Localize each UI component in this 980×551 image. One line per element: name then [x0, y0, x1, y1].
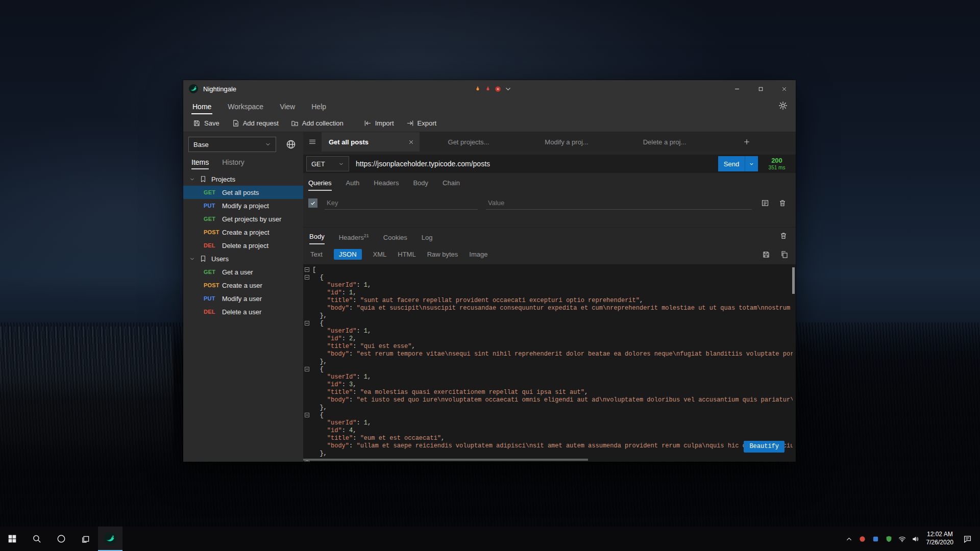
taskbar-search-button[interactable]: [24, 527, 49, 551]
format-tab-json[interactable]: JSON: [334, 249, 362, 260]
request-tab-auth[interactable]: Auth: [346, 179, 360, 191]
tray-volume-button[interactable]: [909, 527, 922, 551]
tray-chevron-up-button[interactable]: [843, 527, 856, 551]
format-tab-html[interactable]: HTML: [398, 251, 415, 258]
close-icon[interactable]: [408, 139, 414, 145]
tab-modify-a-proj[interactable]: Modify a proj...: [518, 132, 616, 152]
fold-toggle-icon[interactable]: [305, 321, 309, 325]
action-center-button[interactable]: [958, 527, 977, 551]
menu-item-workspace[interactable]: Workspace: [227, 103, 264, 114]
title-bar[interactable]: Nightingale: [183, 80, 796, 97]
chevron-down-icon: [749, 161, 754, 167]
tab-label: Get all posts: [329, 138, 369, 146]
tree-group-users[interactable]: Users: [183, 252, 303, 265]
tray-shield-button[interactable]: [883, 527, 896, 551]
tree-group-projects[interactable]: Projects: [183, 172, 303, 186]
request-tab-chain[interactable]: Chain: [443, 179, 460, 191]
fold-toggle-icon[interactable]: [305, 267, 309, 272]
taskbar-clock[interactable]: 12:02 AM 7/26/2020: [926, 531, 953, 546]
request-tab-headers[interactable]: Headers: [374, 179, 399, 191]
minimize-button[interactable]: [725, 80, 749, 97]
response-panel: BodyHeaders21CookiesLog TextJSONXMLHTMLR…: [303, 227, 796, 462]
nightingale-window: Nightingale HomeWorkspaceViewHelp SaveAd…: [183, 80, 796, 462]
chevron-down-icon[interactable]: [189, 256, 195, 262]
response-tab-headers[interactable]: Headers21: [339, 233, 369, 244]
new-tab-button[interactable]: [737, 132, 756, 152]
horizontal-scrollbar[interactable]: [303, 459, 588, 461]
request-tab-queries[interactable]: Queries: [308, 179, 332, 191]
query-enabled-checkbox[interactable]: [308, 198, 317, 208]
tray-tray-red-button[interactable]: [856, 527, 869, 551]
taskbar-nightingale-button[interactable]: [98, 527, 122, 551]
response-body[interactable]: [ { "userId": 1, "id": 1, "title": "sunt…: [303, 264, 796, 462]
tree-request-get-projects-by-user[interactable]: GETGet projects by user: [183, 212, 303, 226]
toolbar-save-button[interactable]: Save: [188, 117, 224, 130]
format-tab-xml[interactable]: XML: [373, 251, 387, 258]
environment-globe-icon[interactable]: [286, 139, 296, 149]
code-line: "title": "eum et est occaecati",: [312, 435, 793, 442]
format-tab-text[interactable]: Text: [310, 251, 323, 258]
tree-request-modify-a-user[interactable]: PUTModify a user: [183, 292, 303, 305]
vertical-scrollbar[interactable]: [792, 267, 795, 294]
tree-request-modify-a-project[interactable]: PUTModify a project: [183, 199, 303, 212]
workspace-selector[interactable]: Base: [188, 137, 276, 152]
fold-toggle-icon[interactable]: [305, 367, 309, 371]
tree-request-delete-a-user[interactable]: DELDelete a user: [183, 305, 303, 318]
tree-request-create-a-user[interactable]: POSTCreate a user: [183, 279, 303, 292]
bulk-edit-icon[interactable]: [761, 199, 769, 207]
taskbar-cortana-button[interactable]: [49, 527, 74, 551]
response-tab-log[interactable]: Log: [422, 234, 433, 244]
copy-response-icon[interactable]: [780, 251, 789, 259]
toolbar-add-request-button[interactable]: Add request: [227, 117, 283, 130]
save-response-icon[interactable]: [762, 251, 770, 259]
url-input[interactable]: https://jsonplaceholder.typicode.com/pos…: [356, 160, 718, 168]
query-value-input[interactable]: [486, 196, 752, 210]
menu-item-view[interactable]: View: [279, 103, 296, 114]
toolbar-add-collection-button[interactable]: Add collection: [286, 117, 348, 130]
menu-item-home[interactable]: Home: [191, 103, 212, 114]
request-label: Get all posts: [222, 189, 259, 196]
toolbar-export-button[interactable]: Export: [402, 117, 442, 130]
clear-response-icon[interactable]: [779, 232, 788, 240]
taskbar-task-view-button[interactable]: [74, 527, 98, 551]
format-tab-image[interactable]: Image: [469, 251, 487, 258]
tree-request-create-a-project[interactable]: POSTCreate a project: [183, 226, 303, 239]
close-button[interactable]: [772, 80, 796, 97]
sidebar-tab-items[interactable]: Items: [191, 158, 209, 169]
chevron-down-icon[interactable]: [504, 85, 512, 93]
tab-get-projects[interactable]: Get projects...: [420, 132, 518, 152]
tray-tray-blue-button[interactable]: [869, 527, 883, 551]
tree-request-delete-a-project[interactable]: DELDelete a project: [183, 239, 303, 252]
delete-query-icon[interactable]: [778, 199, 787, 207]
format-tab-raw-bytes[interactable]: Raw bytes: [427, 251, 458, 258]
sidebar-tabs: ItemsHistory: [183, 152, 303, 169]
menu-item-help[interactable]: Help: [310, 103, 327, 114]
maximize-button[interactable]: [749, 80, 772, 97]
query-key-input[interactable]: [325, 196, 478, 210]
tab-delete-a-proj[interactable]: Delete a proj...: [616, 132, 714, 152]
response-tab-cookies[interactable]: Cookies: [383, 234, 407, 244]
toolbar-import-button[interactable]: Import: [359, 117, 399, 130]
code-line: {: [312, 274, 793, 282]
tab-get-all-posts[interactable]: Get all posts: [322, 132, 420, 152]
tray-network-button[interactable]: [896, 527, 909, 551]
response-tab-body[interactable]: Body: [309, 233, 325, 244]
send-button[interactable]: Send: [718, 156, 745, 171]
send-options-button[interactable]: [745, 156, 758, 171]
taskbar-start-button[interactable]: [0, 527, 24, 551]
beautify-button[interactable]: Beautify: [744, 441, 785, 453]
tree-request-get-all-posts[interactable]: GETGet all posts: [183, 186, 303, 199]
fold-toggle-icon[interactable]: [305, 275, 309, 280]
fold-toggle-icon[interactable]: [305, 413, 309, 417]
request-method: DEL: [204, 242, 222, 248]
settings-gear-icon[interactable]: [778, 101, 788, 110]
request-label: Modify a user: [222, 295, 262, 303]
tree-request-get-a-user[interactable]: GETGet a user: [183, 265, 303, 279]
shield-icon: [885, 535, 893, 543]
chevron-down-icon[interactable]: [189, 177, 195, 182]
method-select[interactable]: GET: [306, 156, 349, 171]
sidebar-tab-history[interactable]: History: [222, 158, 244, 169]
tab-menu-button[interactable]: [303, 132, 322, 152]
request-method: PUT: [204, 295, 222, 302]
request-tab-body[interactable]: Body: [413, 179, 428, 191]
